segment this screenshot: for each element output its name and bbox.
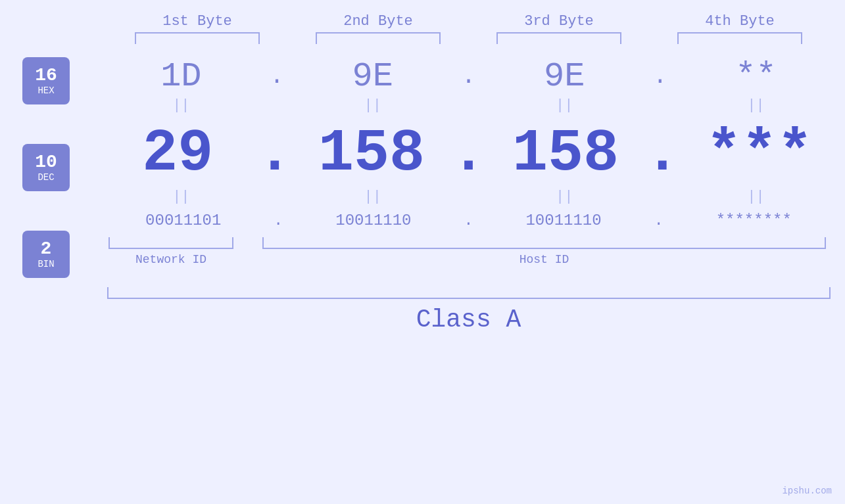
eq2-b2: || (307, 189, 439, 205)
host-id-bracket (262, 237, 827, 249)
byte3-label: 3rd Byte (493, 13, 625, 30)
dec-badge: 10 DEC (22, 144, 70, 191)
top-brackets (107, 32, 831, 44)
eq1-b2: || (307, 97, 439, 114)
bin-badge-number: 2 (41, 239, 52, 260)
network-id-label: Network ID (135, 253, 206, 266)
hex-b3: 9E (544, 57, 585, 96)
hex-dot2: . (458, 63, 478, 90)
dec-badge-label: DEC (37, 172, 54, 183)
bin-b1: 00011101 (145, 212, 221, 229)
eq2-b1: || (115, 189, 247, 205)
dec-dot1: . (257, 120, 293, 187)
host-id-label: Host ID (519, 253, 569, 266)
bin-b4: ******** (716, 212, 792, 229)
hex-badge-number: 16 (35, 66, 57, 86)
eq1-b4: || (690, 97, 822, 114)
hex-b1: 1D (160, 57, 201, 96)
bin-dot3: . (654, 212, 663, 229)
main-container: 1st Byte 2nd Byte 3rd Byte 4th Byte 16 H… (0, 0, 845, 504)
hex-row: 1D . 9E . 9E . ** (92, 57, 845, 96)
dec-b2: 158 (318, 120, 425, 187)
dec-dot3: . (644, 120, 680, 187)
watermark: ipshu.com (782, 486, 832, 496)
bracket-b3 (496, 32, 621, 44)
bottom-brackets-row: Network ID Host ID (92, 237, 845, 266)
badges-column: 16 HEX 10 DEC 2 BIN (0, 51, 92, 278)
class-label: Class A (107, 306, 831, 334)
network-id-bracket (109, 237, 233, 249)
byte2-label: 2nd Byte (312, 13, 444, 30)
hex-dot3: . (650, 63, 670, 90)
hex-b4: ** (735, 57, 776, 96)
bin-b3: 10011110 (525, 212, 601, 229)
hex-b2: 9E (352, 57, 393, 96)
eq2-b3: || (498, 189, 630, 205)
bracket-b1 (135, 32, 260, 44)
class-bracket (107, 287, 831, 299)
bracket-b2 (316, 32, 441, 44)
equals-row-2: || || || || (92, 189, 845, 205)
eq1-b1: || (115, 97, 247, 114)
equals-row-1: || || || || (92, 97, 845, 114)
dec-dot2: . (450, 120, 486, 187)
dec-b1: 29 (142, 120, 213, 187)
eq2-b4: || (690, 189, 822, 205)
byte-headers: 1st Byte 2nd Byte 3rd Byte 4th Byte (107, 13, 831, 30)
byte4-label: 4th Byte (674, 13, 806, 30)
hex-dot1: . (267, 63, 287, 90)
dec-badge-number: 10 (35, 152, 57, 173)
bin-row: 00011101 . 10011110 . 10011110 . *******… (92, 212, 845, 229)
bin-b2: 10011110 (335, 212, 411, 229)
network-id-section: Network ID (105, 237, 237, 266)
hex-badge: 16 HEX (22, 57, 70, 104)
byte1-label: 1st Byte (132, 13, 263, 30)
bin-badge-label: BIN (37, 259, 54, 269)
dec-b4: *** (706, 120, 813, 187)
host-id-section: Host ID (256, 237, 832, 266)
dec-row: 29 . 158 . 158 . *** (92, 120, 845, 187)
dec-b3: 158 (512, 120, 619, 187)
hex-badge-label: HEX (37, 85, 54, 96)
bin-badge: 2 BIN (22, 231, 70, 278)
eq1-b3: || (498, 97, 630, 114)
values-grid: 1D . 9E . 9E . ** || || (92, 51, 845, 278)
bin-dot1: . (274, 212, 283, 229)
bracket-b4 (677, 32, 802, 44)
bin-dot2: . (464, 212, 473, 229)
class-section: Class A (107, 287, 831, 334)
